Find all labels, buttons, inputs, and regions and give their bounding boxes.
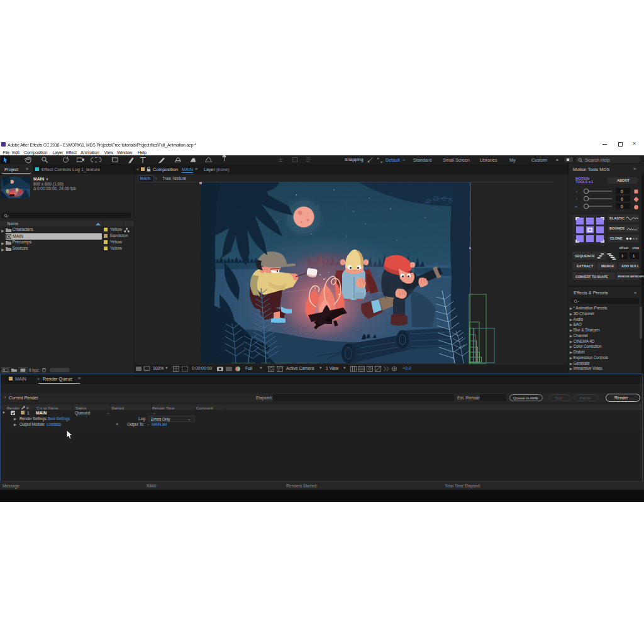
svg-text:0: 0: [621, 204, 623, 209]
svg-text:0: 0: [621, 189, 623, 194]
svg-text:0: 0: [621, 197, 623, 201]
